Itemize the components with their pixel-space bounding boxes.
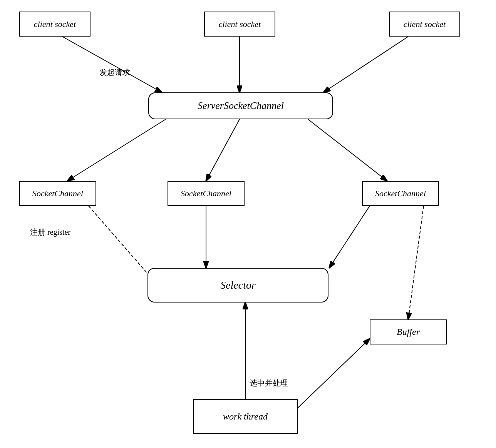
client-socket-2-label: client socket [219, 19, 261, 29]
socket-channel-1: SocketChannel [19, 181, 96, 206]
diagram: client socket client socket client socke… [0, 0, 496, 448]
svg-line-7 [89, 206, 154, 281]
buffer-label: Buffer [397, 327, 420, 337]
buffer: Buffer [370, 319, 447, 344]
svg-line-9 [329, 206, 370, 268]
socket-channel-3: SocketChannel [362, 181, 439, 206]
svg-line-10 [408, 206, 424, 319]
client-socket-1: client socket [19, 12, 90, 37]
server-socket-channel: ServerSocketChannel [148, 92, 333, 119]
server-socket-channel-label: ServerSocketChannel [198, 100, 284, 112]
work-thread: work thread [193, 399, 298, 434]
socket-channel-2-label: SocketChannel [181, 189, 231, 199]
arrows-layer [0, 0, 496, 448]
socket-channel-1-label: SocketChannel [32, 189, 83, 199]
work-thread-label: work thread [223, 411, 268, 422]
selector-label: Selector [220, 279, 256, 291]
client-socket-3: client socket [389, 12, 460, 37]
client-socket-3-label: client socket [404, 19, 446, 29]
svg-line-3 [323, 37, 408, 92]
label-zhu-ce-register: 注册 register [30, 227, 70, 237]
label-xuan-zhong-bing-chu-li: 选中并处理 [250, 378, 288, 388]
svg-line-5 [206, 119, 240, 181]
svg-line-12 [298, 339, 370, 408]
socket-channel-2: SocketChannel [168, 181, 245, 206]
svg-line-1 [62, 37, 162, 92]
client-socket-1-label: client socket [34, 19, 76, 29]
svg-line-6 [308, 119, 387, 181]
svg-line-4 [67, 119, 166, 181]
selector: Selector [147, 268, 328, 303]
socket-channel-3-label: SocketChannel [375, 189, 426, 199]
label-fa-qi-qing-qiu: 发起请求 [99, 67, 130, 78]
client-socket-2: client socket [204, 12, 275, 37]
